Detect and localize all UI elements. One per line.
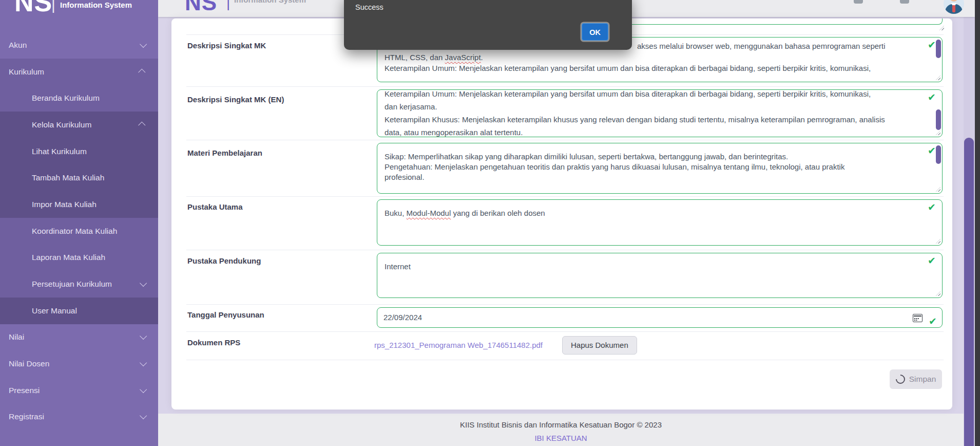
sidebar-item-label: Presensi [9, 386, 40, 395]
sidebar-item-laporan-mata-kuliah[interactable]: Laporan Mata Kuliah [0, 245, 158, 271]
sidebar-item-registrasi[interactable]: Registrasi [0, 404, 158, 431]
sidebar-item-tambah-mata-kuliah[interactable]: Tambah Mata Kuliah [0, 164, 158, 191]
sidebar-item-label: Beranda Kurikulum [32, 94, 100, 103]
user-avatar[interactable] [944, 0, 964, 14]
app-logo: NS | Information System [0, 0, 158, 29]
sidebar-item-beranda-kurikulum[interactable]: Beranda Kurikulum [0, 85, 158, 112]
sidebar-item-koordinator-mata-kuliah[interactable]: Koordinator Mata Kuliah [0, 218, 158, 245]
row-divider [186, 140, 944, 140]
toolbar-icon[interactable] [854, 0, 863, 4]
sidebar-item-label: Kurikulum [9, 67, 44, 77]
alert-dialog: Success OK [344, 0, 632, 50]
sidebar-item-label: Registrasi [9, 412, 44, 421]
delete-document-button[interactable]: Hapus Dokumen [562, 336, 637, 355]
page-scrollbar-track[interactable] [964, 17, 975, 446]
screen: NS | Information System Akun Kurikulum B… [0, 0, 980, 446]
row-divider [186, 250, 944, 250]
sidebar-item-nilai[interactable]: Nilai [0, 324, 158, 351]
chevron-down-icon [140, 332, 147, 340]
sidebar-item-lihat-kurikulum[interactable]: Lihat Kurikulum [0, 138, 158, 165]
sidebar-item-nilai-dosen[interactable]: Nilai Dosen [0, 350, 158, 377]
spinner-icon [894, 373, 907, 385]
text-fragment: Buku, [385, 209, 407, 217]
textarea-pustaka-pendukung[interactable]: Internet ✔ [377, 253, 943, 298]
sidebar-item-impor-mata-kuliah[interactable]: Impor Mata Kuliah [0, 191, 158, 218]
date-value: 22/09/2024 [383, 313, 422, 322]
textarea-line: HTML, CSS, dan JavaScript. [377, 52, 942, 63]
toolbar-icon[interactable] [900, 0, 909, 4]
textarea-text: Internet [377, 253, 942, 272]
sidebar-item-label: Persetujuan Kurikulum [32, 280, 112, 289]
chevron-down-icon [140, 412, 147, 419]
alert-ok-button[interactable]: OK [582, 23, 608, 41]
text-fragment: yang di berikan oleh dosen [451, 209, 545, 217]
misspelled-word: JavaScript [445, 53, 481, 62]
sidebar-item-presensi[interactable]: Presensi [0, 377, 158, 404]
window-edge-strip [975, 0, 980, 446]
row-divider [186, 86, 944, 87]
page-footer: KIIS Institut Bisnis dan Informatika Kes… [158, 414, 964, 446]
textarea-scrollbar-thumb[interactable] [936, 109, 941, 130]
textarea-scrollbar-thumb[interactable] [936, 145, 941, 164]
avatar-head [950, 0, 958, 2]
sidebar-item-user-manual[interactable]: User Manual [0, 298, 158, 324]
field-label-dokumen-rps: Dokumen RPS [187, 338, 362, 347]
sidebar: NS | Information System Akun Kurikulum B… [0, 0, 158, 446]
alert-dialog-title: Success [355, 3, 383, 11]
misspelled-word: Modul-Modul [407, 209, 451, 217]
save-button-label: Simpan [909, 375, 936, 384]
sidebar-item-label: Akun [9, 41, 27, 50]
resize-grip[interactable] [936, 239, 940, 244]
valid-check-icon: ✔ [928, 39, 936, 51]
chevron-up-icon [138, 68, 145, 76]
footer-copyright: KIIS Institut Bisnis dan Informatika Kes… [158, 420, 964, 429]
textarea-line: Buku, Modul-Modul yang di berikan oleh d… [377, 200, 942, 218]
textarea-pustaka-utama[interactable]: Buku, Modul-Modul yang di berikan oleh d… [377, 199, 943, 246]
row-divider [186, 331, 944, 332]
field-label-pustaka-utama: Pustaka Utama [187, 202, 362, 211]
textarea-deskripsi-mk-en[interactable]: Keterampilan Umum: Menjelaskan keterampi… [377, 89, 943, 137]
chevron-down-icon [140, 280, 147, 287]
sidebar-item-label: Tambah Mata Kuliah [32, 173, 104, 182]
row-divider [186, 360, 944, 360]
textarea-scrollbar-thumb[interactable] [936, 40, 941, 58]
date-input-tanggal-penyusunan[interactable]: 22/09/2024 ✔ [377, 307, 943, 328]
logo-initials: NS [14, 0, 52, 17]
chevron-down-icon [140, 41, 147, 48]
resize-grip[interactable] [939, 26, 944, 30]
sidebar-item-kelola-kurikulum[interactable]: Kelola Kurikulum [0, 112, 158, 138]
field-label-deskripsi-mk-en: Deskripsi Singkat MK (EN) [187, 95, 362, 104]
sidebar-nav: Akun Kurikulum Beranda Kurikulum Kelola … [0, 32, 158, 430]
resize-grip[interactable] [936, 76, 940, 80]
field-label-pustaka-pendukung: Pustaka Pendukung [187, 256, 362, 265]
textarea-text: Sikap: Memperlihatkan sikap yang diharap… [377, 143, 942, 182]
chevron-down-icon [140, 359, 147, 366]
field-label-materi: Materi Pembelajaran [187, 148, 362, 157]
rps-document-link[interactable]: rps_212301_Pemograman Web_1746511482.pdf [374, 341, 543, 349]
textarea-line: Keterampilan Umum: Menjelaskan keterampi… [377, 63, 942, 74]
valid-check-icon: ✔ [928, 201, 936, 213]
resize-grip[interactable] [936, 291, 940, 296]
resize-grip[interactable] [936, 187, 940, 192]
valid-check-icon: ✔ [928, 91, 936, 103]
save-button[interactable]: Simpan [890, 369, 942, 389]
sidebar-item-label: Koordinator Mata Kuliah [32, 227, 117, 236]
chevron-down-icon [140, 386, 147, 393]
sidebar-item-label: Kelola Kurikulum [32, 120, 91, 129]
logo-divider: | [51, 0, 55, 13]
calendar-icon[interactable] [913, 314, 923, 322]
sidebar-item-akun[interactable]: Akun [0, 32, 158, 59]
sidebar-item-persetujuan-kurikulum[interactable]: Persetujuan Kurikulum [0, 271, 158, 298]
chevron-up-icon [138, 122, 145, 129]
avatar-tie [952, 5, 955, 12]
page-scrollbar-thumb[interactable] [964, 138, 974, 446]
header-logo-divider: | [226, 0, 230, 11]
footer-link[interactable]: IBI KESATUAN [158, 434, 964, 442]
sidebar-item-label: Lihat Kurikulum [32, 147, 87, 156]
sidebar-item-label: Nilai [9, 332, 24, 342]
sidebar-item-kurikulum[interactable]: Kurikulum [0, 59, 158, 85]
sidebar-item-label: Laporan Mata Kuliah [32, 253, 105, 262]
field-label-tanggal: Tanggal Penyusunan [187, 310, 362, 319]
sidebar-item-label: User Manual [32, 306, 77, 315]
textarea-materi[interactable]: Sikap: Memperlihatkan sikap yang diharap… [377, 143, 943, 194]
